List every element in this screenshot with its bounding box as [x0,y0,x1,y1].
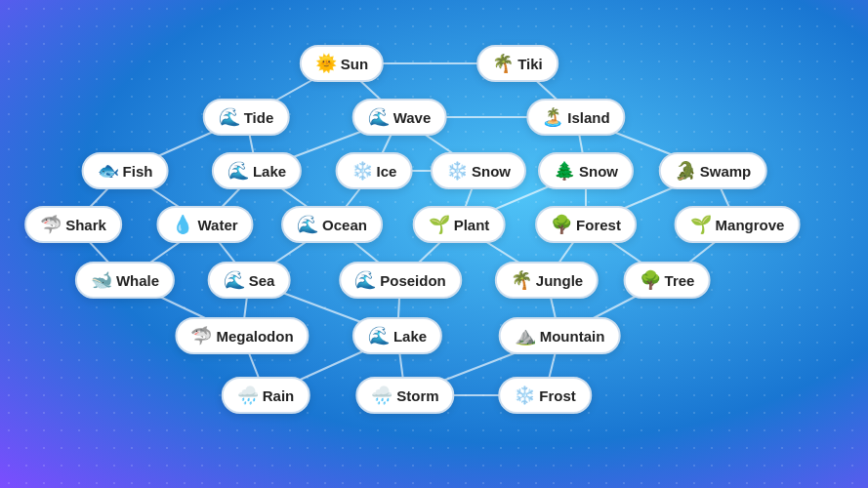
node-whale[interactable]: 🐋Whale [75,262,175,299]
node-icon-tree: 🌳 [640,269,661,291]
graph-container: 🌞Sun🌴Tiki🌊Tide🌊Wave🏝️Island🐟Fish🌊Lake❄️I… [0,0,868,488]
node-swamp[interactable]: 🐊Swamp [659,152,767,189]
node-plant[interactable]: 🌱Plant [413,206,506,243]
node-mangrove[interactable]: 🌱Mangrove [675,206,801,243]
node-megalodon[interactable]: 🦈Megalodon [175,317,309,354]
node-label-fish: Fish [123,163,153,180]
node-icon-plant: 🌱 [429,214,450,235]
node-icon-ice: ❄️ [351,160,373,182]
node-icon-water: 💧 [172,214,193,235]
node-icon-lake2: 🌊 [368,325,390,346]
node-label-island: Island [567,109,609,126]
node-icon-mangrove: 🌱 [690,214,712,235]
node-label-sea: Sea [249,272,275,289]
node-mountain[interactable]: ⛰️Mountain [499,317,621,354]
node-icon-swamp: 🐊 [675,160,696,182]
node-icon-whale: 🐋 [91,269,112,291]
node-wave[interactable]: 🌊Wave [352,99,447,136]
node-icon-mountain: ⛰️ [515,325,536,346]
node-island[interactable]: 🏝️Island [526,99,625,136]
node-label-lake2: Lake [393,328,427,345]
node-jungle[interactable]: 🌴Jungle [495,262,599,299]
node-icon-jungle: 🌴 [511,269,532,291]
node-icon-forest: 🌳 [551,214,572,235]
node-icon-sea: 🌊 [224,269,245,291]
node-forest[interactable]: 🌳Forest [535,206,637,243]
node-ocean[interactable]: 🌊Ocean [281,206,383,243]
node-storm[interactable]: 🌧️Storm [355,377,454,414]
connections-svg [0,0,868,488]
node-icon-megalodon: 🦈 [190,325,212,346]
node-snow2[interactable]: 🌲Snow [538,152,634,189]
node-icon-snow1: ❄️ [446,160,468,182]
node-sun[interactable]: 🌞Sun [300,45,384,82]
node-icon-poseidon: 🌊 [354,269,376,291]
node-label-storm: Storm [396,387,438,404]
node-label-tide: Tide [244,109,274,126]
node-tree[interactable]: 🌳Tree [624,262,711,299]
node-label-sun: Sun [341,56,368,72]
node-label-swamp: Swamp [700,163,752,180]
node-label-shark: Shark [65,217,106,233]
node-lake1[interactable]: 🌊Lake [212,152,302,189]
node-label-ice: Ice [377,163,397,180]
node-icon-rain: 🌧️ [237,385,259,406]
node-icon-wave: 🌊 [368,106,390,128]
node-label-jungle: Jungle [536,272,583,289]
node-poseidon[interactable]: 🌊Poseidon [339,262,462,299]
node-icon-shark: 🦈 [40,214,62,235]
node-sea[interactable]: 🌊Sea [208,262,291,299]
node-label-snow2: Snow [579,163,618,180]
node-water[interactable]: 💧Water [156,206,253,243]
node-icon-tiki: 🌴 [492,53,514,74]
node-lake2[interactable]: 🌊Lake [352,317,442,354]
node-icon-frost: ❄️ [514,385,535,406]
node-fish[interactable]: 🐟Fish [82,152,169,189]
node-icon-storm: 🌧️ [371,385,393,406]
node-label-mangrove: Mangrove [716,217,785,233]
node-icon-island: 🏝️ [542,106,563,128]
node-label-forest: Forest [576,217,621,233]
node-icon-snow2: 🌲 [554,160,575,182]
node-label-ocean: Ocean [322,217,367,233]
node-rain[interactable]: 🌧️Rain [222,377,310,414]
node-label-tiki: Tiki [517,56,543,72]
node-icon-tide: 🌊 [219,106,240,128]
node-label-plant: Plant [454,217,490,233]
node-label-wave: Wave [393,109,432,126]
node-label-snow1: Snow [472,163,511,180]
node-tide[interactable]: 🌊Tide [203,99,290,136]
node-icon-ocean: 🌊 [297,214,318,235]
node-label-tree: Tree [665,272,695,289]
node-icon-lake1: 🌊 [227,160,249,182]
node-ice[interactable]: ❄️Ice [336,152,413,189]
node-icon-fish: 🐟 [98,160,119,182]
node-label-lake1: Lake [253,163,286,180]
node-frost[interactable]: ❄️Frost [498,377,592,414]
node-label-megalodon: Megalodon [216,328,293,345]
node-label-whale: Whale [116,272,159,289]
node-label-poseidon: Poseidon [380,272,446,289]
node-tiki[interactable]: 🌴Tiki [476,45,558,82]
node-snow1[interactable]: ❄️Snow [431,152,526,189]
node-label-water: Water [197,217,237,233]
node-shark[interactable]: 🦈Shark [24,206,122,243]
node-label-frost: Frost [539,387,576,404]
node-label-mountain: Mountain [540,328,605,345]
node-label-rain: Rain [263,387,295,404]
node-icon-sun: 🌞 [315,53,337,74]
